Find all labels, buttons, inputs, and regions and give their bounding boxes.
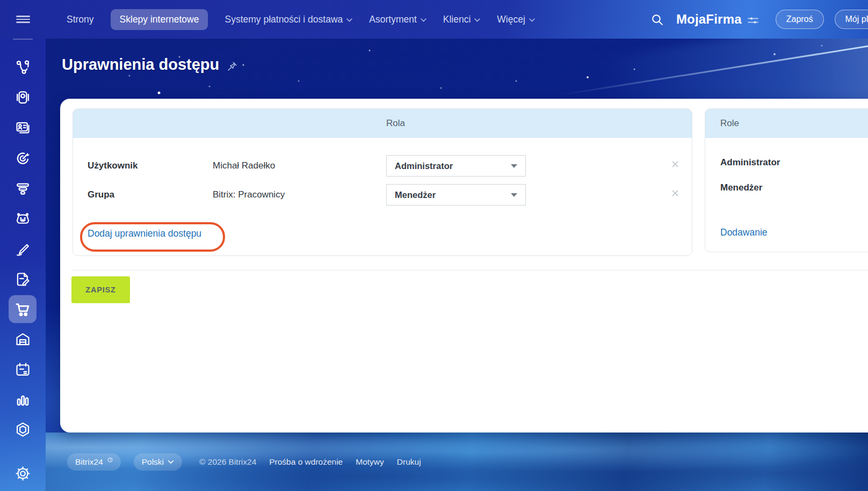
footer-link-implementation[interactable]: Prośba o wdrożenie (269, 457, 343, 467)
footer: Bitrix24 Polski © 2026 Bitrix24 Prośba o… (46, 433, 868, 491)
hexagon-icon (14, 421, 32, 438)
main-nav: Strony Sklepy internetowe Systemy płatno… (67, 9, 535, 30)
sidebar-item-settings[interactable] (9, 459, 37, 487)
nav-item-sklepy-internetowe[interactable]: Sklepy internetowe (111, 9, 208, 30)
topbar-right-cluster: MojaFirma Zaproś Mój plan (650, 10, 868, 29)
sidebar-item-contacts[interactable] (9, 114, 37, 142)
network-icon (14, 58, 32, 76)
chevron-down-icon (346, 18, 352, 22)
gear-icon (14, 465, 32, 482)
main-content-card: Rola Użytkownik Michał Radełko Administr… (60, 99, 868, 433)
nav-item-wiecej[interactable]: Więcej (497, 14, 535, 25)
chevron-down-icon (529, 18, 535, 22)
sidebar-item-sales-funnel[interactable] (9, 174, 37, 202)
sidebar-item-ai-bot[interactable] (9, 204, 37, 232)
sidebar-item-analytics[interactable] (9, 385, 37, 413)
document-edit-icon (14, 270, 32, 288)
subject-type-label: Grupa (88, 189, 114, 200)
role-select-user[interactable]: Administrator (386, 155, 526, 177)
sidebar-item-online-store[interactable] (9, 295, 37, 323)
copyright-text: © 2026 Bitrix24 (199, 457, 256, 467)
top-bar: Strony Sklepy internetowe Systemy płatno… (0, 0, 868, 39)
sidebar-item-marketing[interactable] (9, 144, 37, 172)
dropdown-arrow-icon (511, 193, 517, 197)
sidebar-item-video-call[interactable] (9, 83, 37, 111)
roles-panel: Role Administrator Menedżer Dodawanie (705, 108, 868, 252)
add-role-link[interactable]: Dodawanie (720, 227, 768, 238)
footer-link-themes[interactable]: Motywy (356, 457, 384, 467)
nav-item-asortyment[interactable]: Asortyment (369, 14, 426, 25)
subject-type-label: Użytkownik (88, 160, 138, 171)
nav-item-klienci[interactable]: Klienci (443, 14, 481, 25)
chevron-down-icon (474, 18, 480, 22)
brand-name[interactable]: MojaFirma (676, 12, 742, 27)
sidebar-item-marketplace[interactable] (9, 415, 37, 443)
role-column-header-label: Rola (386, 118, 405, 129)
pin-icon[interactable] (226, 61, 238, 72)
clock-icon (107, 457, 113, 463)
footer-brand-badge[interactable]: Bitrix24 (67, 453, 121, 471)
funnel-icon (14, 180, 32, 197)
brand-settings-sliders-icon[interactable] (747, 16, 759, 25)
bar-chart-icon (14, 391, 32, 408)
language-selector[interactable]: Polski (134, 453, 182, 471)
page-header: Uprawnienia dostępu (62, 56, 238, 74)
roles-panel-header: Role (705, 109, 868, 138)
role-column-header: Rola (73, 109, 692, 138)
sidebar-item-warehouse[interactable] (9, 325, 37, 353)
role-select-group[interactable]: Menedżer (386, 184, 526, 206)
nav-item-strony[interactable]: Strony (67, 14, 94, 25)
add-access-permission-link[interactable]: Dodaj uprawnienia dostępu (88, 228, 201, 239)
roles-panel-header-label: Role (720, 118, 739, 129)
sidebar-item-network[interactable] (9, 53, 37, 81)
search-icon[interactable] (650, 13, 664, 26)
footer-link-print[interactable]: Drukuj (397, 457, 421, 467)
hamburger-menu-icon[interactable] (0, 14, 46, 25)
robot-icon (14, 210, 32, 228)
sidebar-item-documents[interactable] (9, 265, 37, 293)
card-divider (73, 270, 868, 270)
sidebar-item-planner[interactable] (9, 355, 37, 383)
invite-button[interactable]: Zaproś (776, 10, 824, 29)
role-item-administrator: Administrator (720, 157, 780, 168)
sidebar-divider (13, 39, 33, 40)
save-button[interactable]: ZAPISZ (71, 276, 130, 303)
calendar-tasks-icon (14, 361, 32, 378)
remove-row-icon[interactable] (670, 159, 680, 169)
nav-item-systemy-platnosci[interactable]: Systemy płatności i dostawa (225, 14, 352, 25)
my-plan-button[interactable]: Mój plan (835, 10, 868, 29)
sidebar-item-esignature[interactable] (9, 234, 37, 262)
video-call-icon (14, 89, 32, 106)
chevron-down-icon (168, 460, 174, 464)
signature-pen-icon (14, 240, 32, 258)
access-permissions-panel: Rola Użytkownik Michał Radełko Administr… (73, 108, 692, 256)
left-sidebar (0, 39, 46, 491)
chevron-down-icon (421, 18, 426, 22)
role-item-menedzer: Menedżer (720, 182, 762, 193)
remove-row-icon[interactable] (670, 188, 680, 198)
warehouse-icon (14, 331, 32, 348)
subject-name: Michał Radełko (213, 160, 275, 171)
shopping-cart-icon (14, 301, 32, 318)
target-arrow-icon (14, 149, 32, 167)
dropdown-arrow-icon (511, 164, 517, 168)
page-title: Uprawnienia dostępu (62, 56, 219, 74)
contact-card-icon (14, 119, 32, 137)
subject-name: Bitrix: Pracownicy (213, 189, 285, 200)
